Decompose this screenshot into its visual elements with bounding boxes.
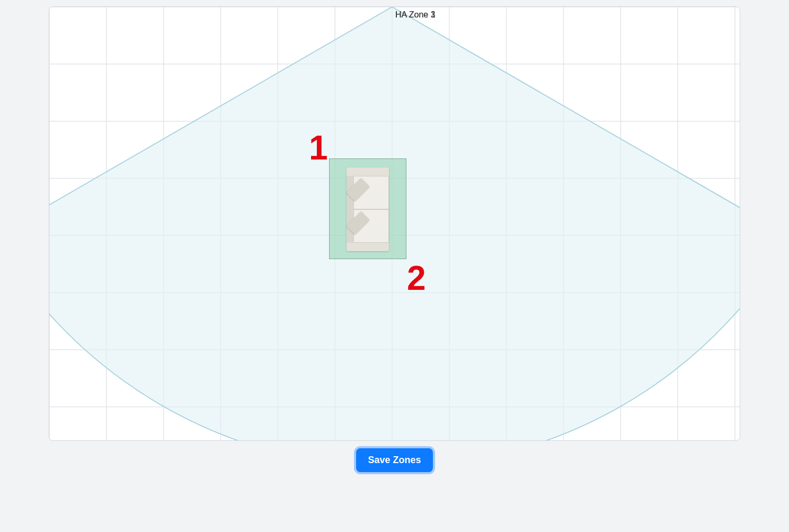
zone-rect-3[interactable] (329, 158, 406, 259)
zone-label-3[interactable]: HA Zone 3 (395, 10, 436, 20)
save-zones-button[interactable]: Save Zones (356, 448, 432, 472)
callout-2: 2 (407, 261, 426, 295)
callout-1: 1 (309, 131, 328, 165)
sofa-icon[interactable] (347, 167, 389, 251)
zone-editor-canvas[interactable]: HA Zone 1 HA Zone 3 1 2 (49, 6, 740, 441)
